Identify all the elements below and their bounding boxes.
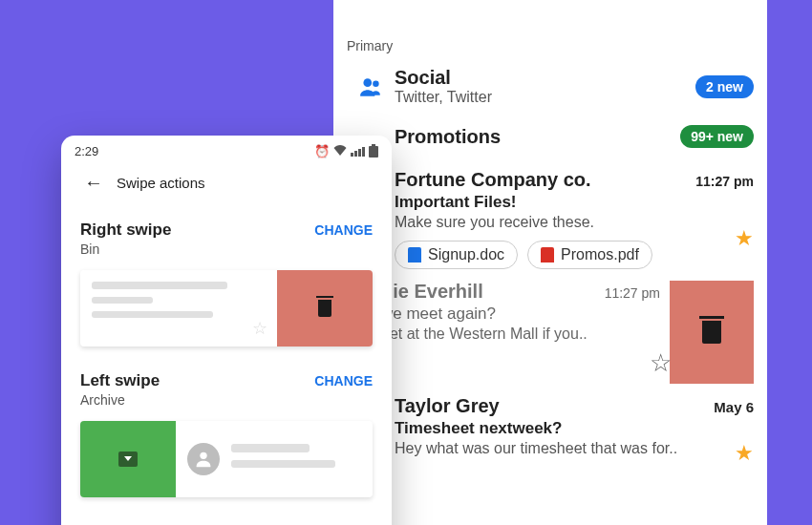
svg-point-0 <box>363 78 372 87</box>
left-swipe-title: Left swipe <box>80 371 314 390</box>
pdf-icon <box>541 247 554 262</box>
attachments: Signup.doc Promos.pdf <box>395 241 754 269</box>
section-header: Left swipe CHANGE <box>61 368 392 392</box>
right-swipe-preview: ☆ <box>80 270 373 346</box>
attachment-name: Promos.pdf <box>561 246 639 263</box>
email-time: 11:27 pm <box>695 174 754 189</box>
inbox-panel: Primary Social Twitter, Twitter 2 new Pr… <box>333 0 767 525</box>
doc-icon <box>408 247 421 262</box>
status-bar: 2:29 ⏰ <box>61 136 392 160</box>
trash-icon <box>702 321 721 344</box>
email-subject: Timesheet nextweek? <box>395 417 754 438</box>
alarm-icon: ⏰ <box>314 144 330 158</box>
signal-icon <box>351 147 365 157</box>
swipe-delete-action[interactable] <box>670 281 754 384</box>
email-item[interactable]: Fortune Company co. 11:27 pm Important F… <box>333 158 767 281</box>
email-subject: we meet again? <box>381 303 660 324</box>
email-item-swiping[interactable]: hie Everhill 11:27 pm we meet again? eet… <box>333 281 767 384</box>
preview-archive-action <box>80 421 176 497</box>
social-subtitle: Twitter, Twitter <box>395 89 695 106</box>
email-item[interactable]: Taylor Grey May 6 Timesheet nextweek? He… <box>333 384 767 457</box>
email-preview: Make sure you receive these. <box>395 212 754 231</box>
section-header: Right swipe CHANGE <box>61 217 392 242</box>
archive-icon <box>118 452 138 467</box>
change-button[interactable]: CHANGE <box>314 373 373 388</box>
right-swipe-title: Right swipe <box>80 220 314 240</box>
avatar-icon <box>187 443 220 475</box>
back-arrow-icon[interactable]: ← <box>84 172 103 194</box>
inbox-category-label: Primary <box>333 0 767 63</box>
preview-delete-action <box>277 270 373 346</box>
email-sender: Fortune Company co. <box>395 169 695 191</box>
email-time: 11:27 pm <box>605 285 660 301</box>
settings-header: ← Swipe actions <box>61 160 392 217</box>
social-badge: 2 new <box>695 75 754 98</box>
attachment-name: Signup.doc <box>428 246 504 263</box>
email-preview: Hey what was our timesheet that was for.… <box>395 438 754 457</box>
people-icon <box>347 74 395 99</box>
status-icons: ⏰ <box>314 144 378 158</box>
promotions-title: Promotions <box>395 126 680 148</box>
star-icon[interactable]: ★ <box>735 226 754 251</box>
category-social-row[interactable]: Social Twitter, Twitter 2 new <box>333 63 767 116</box>
preview-content: ☆ <box>80 270 277 346</box>
settings-title: Swipe actions <box>117 175 205 191</box>
social-text: Social Twitter, Twitter <box>395 67 695 106</box>
social-title: Social <box>395 67 695 89</box>
battery-icon <box>369 146 378 158</box>
star-icon[interactable]: ★ <box>735 441 754 466</box>
status-time: 2:29 <box>75 144 314 158</box>
left-swipe-preview <box>80 421 373 497</box>
svg-point-2 <box>200 452 206 459</box>
svg-point-1 <box>373 80 379 87</box>
right-swipe-sub: Bin <box>61 242 392 266</box>
star-outline-icon: ☆ <box>252 318 267 339</box>
change-button[interactable]: CHANGE <box>314 222 373 238</box>
email-subject: Important Files! <box>395 191 754 212</box>
email-time: May 6 <box>714 399 754 415</box>
promotions-badge: 99+ new <box>680 125 754 148</box>
wifi-icon <box>333 145 347 158</box>
settings-phone: 2:29 ⏰ ← Swipe actions Right swipe CHANG… <box>61 136 392 525</box>
attachment-chip[interactable]: Promos.pdf <box>527 241 652 269</box>
attachment-chip[interactable]: Signup.doc <box>395 241 518 269</box>
category-promotions-row[interactable]: Promotions 99+ new <box>333 116 767 158</box>
star-outline-icon[interactable]: ☆ <box>650 348 670 378</box>
preview-content <box>176 421 373 497</box>
email-sender: hie Everhill <box>381 281 605 303</box>
email-preview: eet at the Western Mall if you.. <box>381 324 660 343</box>
left-swipe-sub: Archive <box>61 392 392 417</box>
trash-icon <box>318 300 331 317</box>
email-sender: Taylor Grey <box>395 395 714 417</box>
